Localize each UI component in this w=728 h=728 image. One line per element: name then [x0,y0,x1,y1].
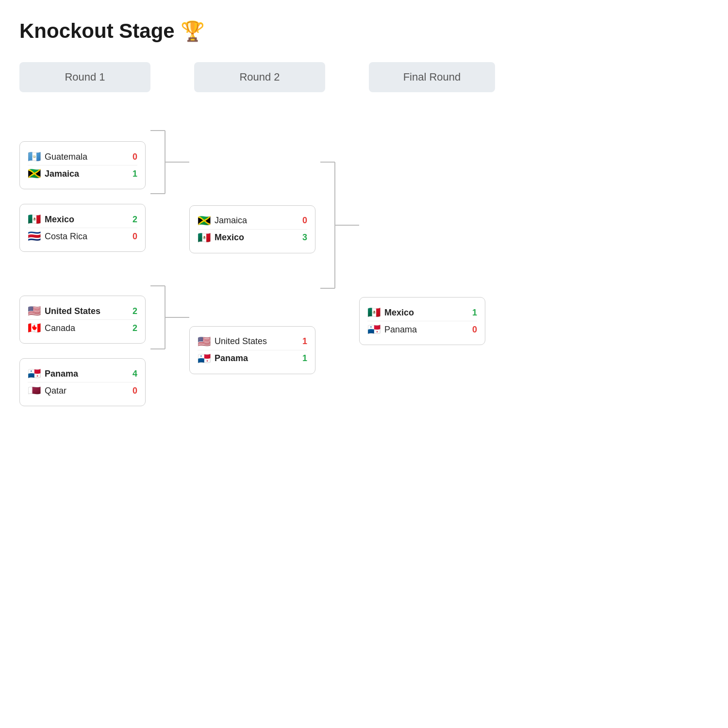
team-row: 🇺🇸 United States 2 [28,303,137,319]
score: 1 [472,308,477,318]
team-row: 🇲🇽 Mexico 3 [198,229,307,246]
score: 4 [132,369,137,379]
r1-header: Round 1 [19,62,150,92]
headers-row: Round 1 Round 2 Final Round [19,62,505,92]
flag-gt: 🇬🇹 [28,151,41,162]
r1-match-2: 🇲🇽 Mexico 2 🇨🇷 Costa Rica 0 [19,204,146,252]
team-row: 🇺🇸 United States 1 [198,333,307,350]
team-name: United States [45,306,100,316]
team-name: Panama [45,369,78,379]
team-row: 🇵🇦 Panama 1 [198,350,307,367]
flag-pa: 🇵🇦 [28,368,41,379]
final-match: 🇲🇽 Mexico 1 🇵🇦 Panama 0 [359,297,485,345]
flag-mx2: 🇲🇽 [198,232,211,243]
team-name: Mexico [215,232,244,243]
score: 1 [302,336,307,347]
final-col: 🇲🇽 Mexico 1 🇵🇦 Panama 0 [359,202,485,345]
score: 2 [132,306,137,316]
r1-match-4: 🇵🇦 Panama 4 🇶🇦 Qatar 0 [19,358,146,406]
score: 2 [132,323,137,333]
trophy-icon: 🏆 [181,20,205,43]
team-row: 🇯🇲 Jamaica 0 [198,213,307,229]
team-row: 🇨🇷 Costa Rica 0 [28,228,137,245]
team-row: 🇲🇽 Mexico 2 [28,211,137,228]
r2-header: Round 2 [194,62,325,92]
team-name: United States [215,336,267,347]
r2-match-1: 🇯🇲 Jamaica 0 🇲🇽 Mexico 3 [189,205,315,253]
r1-match-1: 🇬🇹 Guatemala 0 🇯🇲 Jamaica 1 [19,141,146,189]
flag-us2: 🇺🇸 [198,336,211,347]
team-name: Panama [384,325,417,335]
team-row: 🇨🇦 Canada 2 [28,319,137,336]
score: 0 [132,386,137,396]
team-name: Qatar [45,386,66,396]
flag-jm2: 🇯🇲 [198,215,211,226]
round2-col: 🇯🇲 Jamaica 0 🇲🇽 Mexico 3 [189,174,320,374]
score: 0 [472,325,477,335]
team-name: Mexico [384,308,414,318]
flag-qa: 🇶🇦 [28,385,41,396]
flag-mx3: 🇲🇽 [367,307,381,318]
bracket-body: 🇬🇹 Guatemala 0 🇯🇲 Jamaica 1 [19,104,505,444]
team-name: Canada [45,323,75,333]
score: 3 [302,232,307,243]
r1-match-3: 🇺🇸 United States 2 🇨🇦 Canada 2 [19,296,146,344]
connector-r2-final [320,104,359,444]
flag-ca: 🇨🇦 [28,323,41,333]
score: 2 [132,215,137,225]
team-row: 🇲🇽 Mexico 1 [367,304,477,321]
team-row: 🇬🇹 Guatemala 0 [28,149,137,165]
score: 0 [132,152,137,162]
connector-r1-r2 [150,104,189,444]
r2-match-2: 🇺🇸 United States 1 🇵🇦 Panama 1 [189,326,315,374]
team-row: 🇯🇲 Jamaica 1 [28,165,137,182]
team-row: 🇵🇦 Panama 0 [367,321,477,338]
flag-pa3: 🇵🇦 [367,324,381,335]
flag-jm: 🇯🇲 [28,168,41,179]
team-name: Jamaica [215,215,247,226]
flag-pa2: 🇵🇦 [198,353,211,364]
team-name: Costa Rica [45,232,87,242]
team-name: Mexico [45,215,74,225]
score: 1 [132,169,137,179]
round1-col: 🇬🇹 Guatemala 0 🇯🇲 Jamaica 1 [19,141,150,406]
team-name: Panama [215,353,248,364]
score: 1 [302,353,307,364]
team-name: Guatemala [45,152,87,162]
flag-cr: 🇨🇷 [28,231,41,242]
flag-mx: 🇲🇽 [28,214,41,225]
flag-us: 🇺🇸 [28,306,41,316]
score: 0 [132,232,137,242]
page-title: Knockout Stage 🏆 [19,19,505,43]
score: 0 [302,215,307,226]
title-text: Knockout Stage [19,19,175,43]
final-header: Final Round [369,62,495,92]
team-row: 🇶🇦 Qatar 0 [28,382,137,399]
team-name: Jamaica [45,169,79,179]
team-row: 🇵🇦 Panama 4 [28,365,137,382]
bracket-container: Round 1 Round 2 Final Round 🇬🇹 Guatemala… [19,62,505,444]
